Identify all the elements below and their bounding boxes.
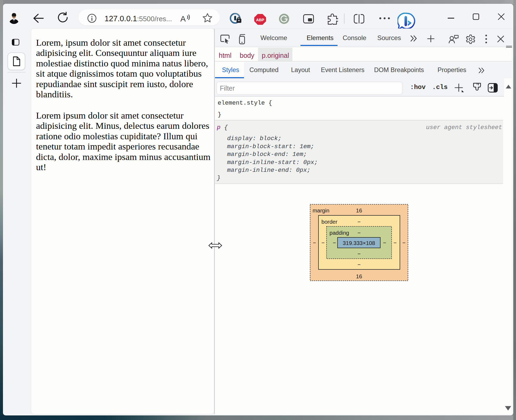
svg-text:A: A: [180, 14, 186, 23]
svg-text:ABP: ABP: [256, 18, 264, 22]
